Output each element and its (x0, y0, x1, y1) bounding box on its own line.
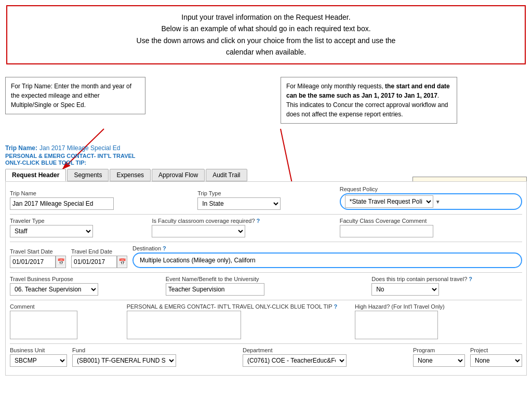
traveler-type-group: Traveler Type Staff (10, 218, 147, 237)
personal-travel-help-icon[interactable]: ? (469, 276, 472, 282)
trip-type-select[interactable]: In State (197, 197, 281, 210)
project-group: Project None (470, 347, 522, 367)
annotation-trip-name: For Trip Name: Enter the month and year … (5, 77, 145, 114)
event-name-group: Event Name/Benefit to the University (166, 276, 366, 296)
comment-textarea[interactable] (10, 311, 77, 339)
tab-bar: Request Header Segments Expenses Approva… (5, 169, 527, 181)
personal-emerg-textarea[interactable] (127, 311, 241, 339)
business-purpose-label: Travel Business Purpose (10, 276, 161, 282)
fund-select[interactable]: (SB001) TF-GENERAL FUND SUPPORT (72, 354, 176, 367)
instruction-line1: Input your travel information on the Req… (181, 13, 350, 21)
instruction-line4: calendar when available. (226, 48, 306, 56)
trip-name-input[interactable] (10, 197, 114, 210)
program-group: Program None (413, 347, 465, 367)
travel-start-label: Travel Start Date (10, 248, 66, 255)
faculty-comment-label: Faculty Class Coverage Comment (340, 218, 522, 224)
trip-name-header-label: Trip Name: (5, 144, 37, 152)
form-row-bottom: Business Unit SBCMP Fund (SB001) TF-GENE… (10, 347, 522, 367)
trip-type-group: Trip Type In State (197, 190, 334, 210)
destination-input[interactable] (138, 255, 257, 266)
personal-emerg-group: PERSONAL & EMERG CONTACT- INT'L TRAVEL O… (127, 303, 350, 339)
business-unit-label: Business Unit (10, 347, 67, 353)
trip-name-label: Trip Name (10, 190, 192, 196)
tab-request-header[interactable]: Request Header (5, 169, 66, 181)
travel-end-date-wrapper: 📅 (71, 256, 127, 268)
tab-audit-trail[interactable]: Audit Trail (206, 169, 247, 181)
travel-start-date-wrapper: 📅 (10, 256, 66, 268)
high-hazard-textarea[interactable] (355, 311, 438, 339)
tab-expenses[interactable]: Expenses (110, 169, 151, 181)
form-row-5: Comment PERSONAL & EMERG CONTACT- INT'L … (10, 303, 522, 339)
faculty-comment-group: Faculty Class Coverage Comment (340, 218, 522, 237)
instruction-line3: Use the down arrows and click on your ch… (137, 36, 396, 45)
travel-end-calendar-icon[interactable]: 📅 (117, 256, 127, 268)
faculty-classroom-group: Is Faculty classroom coverage required? … (152, 218, 334, 237)
department-group: Department (C0761) COE - TeacherEduc&Fou… (243, 347, 408, 367)
event-name-label: Event Name/Benefit to the University (166, 276, 366, 282)
department-label: Department (243, 347, 408, 353)
form-row-4: Travel Business Purpose 06. Teacher Supe… (10, 276, 522, 296)
tab-segments[interactable]: Segments (67, 169, 109, 181)
instruction-box: Input your travel information on the Req… (6, 5, 526, 64)
program-select[interactable]: None (413, 354, 465, 367)
travel-start-calendar-icon[interactable]: 📅 (56, 256, 66, 268)
destination-label: Destination ? (132, 245, 522, 251)
high-hazard-group: High Hazard? (For Int'l Travel Only) (355, 303, 522, 339)
fund-label: Fund (72, 347, 237, 353)
faculty-classroom-select[interactable] (152, 225, 245, 237)
tab-approval-flow[interactable]: Approval Flow (152, 169, 205, 181)
department-select[interactable]: (C0761) COE - TeacherEduc&Foundtn Ti (243, 354, 347, 367)
form-row-1: Trip Name Trip Type In State Request Pol… (10, 186, 522, 210)
project-label: Project (470, 347, 522, 353)
request-policy-select[interactable]: *State Travel Request Policy (345, 195, 433, 208)
form-section: Trip Name Trip Type In State Request Pol… (5, 181, 527, 376)
traveler-type-select[interactable]: Staff (10, 225, 93, 237)
personal-emerg-contact-label: PERSONAL & EMERG CONTACT- INT'L TRAVEL O… (127, 303, 350, 310)
travel-start-date-input[interactable] (10, 256, 56, 268)
faculty-classroom-help-icon[interactable]: ? (257, 218, 260, 224)
annotation-mileage-dates: For Mileage only monthly requests, the s… (281, 77, 457, 124)
business-purpose-select[interactable]: 06. Teacher Supervision (10, 283, 98, 296)
annotation-right-prefix: For Mileage only monthly requests, (286, 83, 385, 90)
destination-oval (132, 252, 522, 268)
request-policy-group: Request Policy *State Travel Request Pol… (340, 186, 522, 210)
trip-type-label: Trip Type (197, 190, 334, 196)
high-hazard-label: High Hazard? (For Int'l Travel Only) (355, 303, 522, 310)
request-policy-oval: *State Travel Request Policy ▼ (340, 193, 522, 210)
comment-label: Comment (10, 303, 122, 310)
comment-group: Comment (10, 303, 122, 339)
travel-start-group: Travel Start Date 📅 (10, 248, 66, 268)
travel-end-group: Travel End Date 📅 (71, 248, 127, 268)
request-policy-dropdown-icon: ▼ (435, 199, 441, 205)
personal-travel-group: Does this trip contain personal travel? … (371, 276, 522, 296)
destination-group: Destination ? (132, 245, 522, 268)
travel-end-date-input[interactable] (71, 256, 117, 268)
trip-name-header-value: Jan 2017 Mileage Special Ed (39, 144, 120, 152)
destination-help-icon[interactable]: ? (163, 245, 166, 251)
faculty-comment-input[interactable] (340, 225, 433, 237)
form-area: Trip Name: Jan 2017 Mileage Special Ed P… (5, 144, 527, 376)
personal-emerg-line1: PERSONAL & EMERG CONTACT- INT'L TRAVEL (5, 153, 527, 159)
fund-group: Fund (SB001) TF-GENERAL FUND SUPPORT (72, 347, 237, 367)
program-label: Program (413, 347, 465, 353)
personal-emerg-line2: ONLY-CLICK BLUE TOOL TIP: (5, 159, 527, 166)
traveler-type-label: Traveler Type (10, 218, 147, 224)
form-row-2: Traveler Type Staff Is Faculty classroom… (10, 218, 522, 237)
event-name-input[interactable] (166, 283, 264, 296)
annotation-left-text: For Trip Name: Enter the month and year … (11, 83, 131, 109)
personal-travel-select[interactable]: No (371, 283, 439, 296)
business-unit-select[interactable]: SBCMP (10, 354, 67, 367)
trip-name-group: Trip Name (10, 190, 192, 210)
faculty-classroom-label: Is Faculty classroom coverage required? … (152, 218, 334, 224)
trip-name-header-row: Trip Name: Jan 2017 Mileage Special Ed (5, 144, 527, 152)
form-row-3: Travel Start Date 📅 Travel End Date 📅 De… (10, 245, 522, 268)
business-unit-group: Business Unit SBCMP (10, 347, 67, 367)
personal-emerg-help-icon[interactable]: ? (334, 303, 338, 310)
personal-travel-label: Does this trip contain personal travel? … (371, 276, 522, 282)
request-policy-label: Request Policy (340, 186, 522, 192)
business-purpose-group: Travel Business Purpose 06. Teacher Supe… (10, 276, 161, 296)
project-select[interactable]: None (470, 354, 522, 367)
travel-end-label: Travel End Date (71, 248, 127, 255)
instruction-line2: Below is an example of what should go in… (161, 24, 370, 33)
